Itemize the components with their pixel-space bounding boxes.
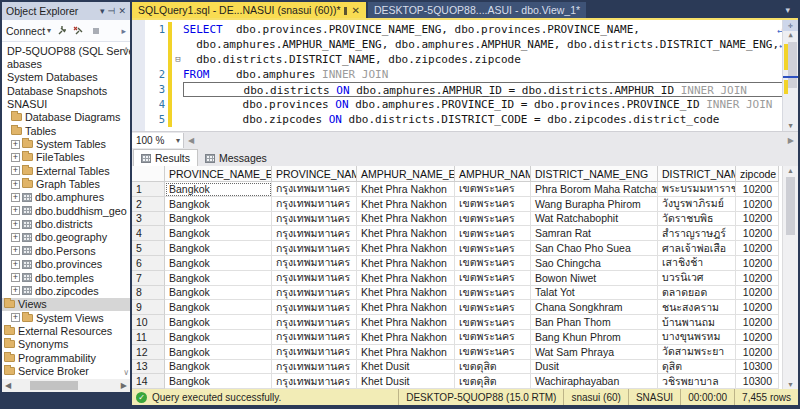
grid-vscrollbar[interactable]: ▲ ▼ xyxy=(782,166,798,389)
tree-item[interactable]: +Graph Tables xyxy=(2,177,130,190)
tree-item[interactable]: Database Diagrams xyxy=(2,111,130,124)
grid-cell[interactable]: Bangkok xyxy=(165,345,272,360)
grid-cell[interactable]: Bangkok xyxy=(165,286,272,301)
grid-cell[interactable]: Bangkok xyxy=(165,226,272,241)
row-header-cell[interactable]: 13 xyxy=(132,360,165,375)
results-tab[interactable]: Messages xyxy=(198,150,274,166)
expand-icon[interactable]: + xyxy=(11,233,20,242)
pin-icon[interactable]: ⊣ xyxy=(108,6,116,16)
grid-cell[interactable]: 10300 xyxy=(736,374,779,389)
grid-cell[interactable]: 10200 xyxy=(736,271,779,286)
grid-vscroll-thumb[interactable] xyxy=(786,177,795,235)
scroll-left-icon[interactable]: ◀ xyxy=(5,381,11,390)
grid-cell[interactable]: Wat Ratchabophit xyxy=(531,212,658,227)
grid-cell[interactable]: เขตพระนคร xyxy=(455,345,531,360)
row-header-cell[interactable]: 12 xyxy=(132,345,165,360)
scroll-down-icon[interactable]: ▼ xyxy=(787,380,794,389)
grid-cell[interactable]: Khet Phra Nakhon xyxy=(357,241,455,256)
tree-item[interactable]: +dbo.Persons xyxy=(2,244,130,257)
grid-cell[interactable]: Wat Sam Phraya xyxy=(531,345,658,360)
row-header-cell[interactable]: 11 xyxy=(132,330,165,345)
grid-cell[interactable]: Phra Borom Maha Ratchawang xyxy=(531,182,658,197)
row-header-cell[interactable]: 14 xyxy=(132,374,165,389)
toolbar-overflow-icon[interactable]: ▸ xyxy=(121,26,126,36)
code-text[interactable]: FROM dbo.amphures INNER JOIN xyxy=(183,67,783,82)
window-menu-icon[interactable]: ▾ xyxy=(100,6,105,16)
code-line[interactable]: 1SELECT dbo.provinces.PROVINCE_NAME_ENG,… xyxy=(145,22,783,37)
grid-cell[interactable]: Bangkok xyxy=(165,182,272,197)
row-header-cell[interactable]: 4 xyxy=(132,226,165,241)
grid-cell[interactable]: เขตพระนคร xyxy=(455,197,531,212)
grid-cell[interactable]: เขตพระนคร xyxy=(455,241,531,256)
grid-cell[interactable]: Wachiraphayaban xyxy=(531,374,658,389)
grid-cell[interactable]: สำราญราษฎร์ xyxy=(658,226,736,241)
tree-item[interactable]: External Resources xyxy=(2,324,130,337)
grid-cell[interactable]: เขตพระนคร xyxy=(455,300,531,315)
grid-cell[interactable]: 10200 xyxy=(736,300,779,315)
grid-cell[interactable]: 10200 xyxy=(736,241,779,256)
results-tab[interactable]: Results xyxy=(133,149,198,166)
scroll-up-icon[interactable]: ▲ xyxy=(788,31,792,40)
grid-cell[interactable]: Khet Phra Nakhon xyxy=(357,300,455,315)
tree-item[interactable]: +dbo.geography xyxy=(2,231,130,244)
tree-item[interactable]: +FileTables xyxy=(2,151,130,164)
grid-cell[interactable]: Bangkok xyxy=(165,197,272,212)
row-header-cell[interactable]: 7 xyxy=(132,271,165,286)
grid-cell[interactable]: บางขุนพรหม xyxy=(658,330,736,345)
grid-cell[interactable]: Sao Chingcha xyxy=(531,256,658,271)
editor-hscrollbar[interactable]: ◀ ▶ xyxy=(184,132,798,149)
grid-cell[interactable]: วัดสามพระยา xyxy=(658,345,736,360)
scroll-right-icon[interactable]: ▶ xyxy=(121,381,127,390)
grid-cell[interactable]: เขตพระนคร xyxy=(455,226,531,241)
grid-cell[interactable]: วชิรพยาบาล xyxy=(658,374,736,389)
column-header[interactable]: PROVINCE_NAME xyxy=(272,166,357,182)
column-header[interactable]: AMPHUR_NAME_ENG xyxy=(357,166,455,182)
grid-cell[interactable]: Dusit xyxy=(531,360,658,375)
code-text[interactable]: dbo.districts.DISTRICT_NAME, dbo.zipcode… xyxy=(183,52,783,67)
close-icon[interactable]: ✕ xyxy=(118,6,126,16)
tree-item[interactable]: System Databases xyxy=(2,71,130,84)
document-tab[interactable]: DESKTOP-5QUOP88....ASUI - dbo.View_1* xyxy=(368,2,586,18)
grid-cell[interactable]: 10300 xyxy=(736,360,779,375)
grid-cell[interactable]: วังบูรพาภิรมย์ xyxy=(658,197,736,212)
grid-cell[interactable]: Bangkok xyxy=(165,256,272,271)
tree-item[interactable]: DP-5QUOP88 (SQL Server 1 xyxy=(2,44,130,57)
grid-cell[interactable]: เขตพระนคร xyxy=(455,182,531,197)
grid-cell[interactable]: Khet Phra Nakhon xyxy=(357,271,455,286)
grid-cell[interactable]: Bangkok xyxy=(165,315,272,330)
grid-cell[interactable]: Bangkok xyxy=(165,360,272,375)
grid-cell[interactable]: 10200 xyxy=(736,256,779,271)
grid-cell[interactable]: กรุงเทพมหานคร xyxy=(272,286,357,301)
expand-icon[interactable]: + xyxy=(11,206,20,215)
row-header-cell[interactable]: 2 xyxy=(132,197,165,212)
scroll-down-icon[interactable]: ▼ xyxy=(788,122,792,131)
grid-cell[interactable]: ดุสิต xyxy=(658,360,736,375)
grid-cell[interactable]: กรุงเทพมหานคร xyxy=(272,345,357,360)
grid-cell[interactable]: Khet Phra Nakhon xyxy=(357,197,455,212)
splitter-handle-icon[interactable]: ✛ xyxy=(783,20,798,31)
row-header-cell[interactable]: 8 xyxy=(132,286,165,301)
grid-cell[interactable]: 10200 xyxy=(736,330,779,345)
hscroll-thumb[interactable] xyxy=(30,381,78,390)
tree-item[interactable]: +dbo.zipcodes xyxy=(2,284,130,297)
grid-cell[interactable]: เขตพระนคร xyxy=(455,286,531,301)
code-line[interactable]: 2FROM dbo.amphures INNER JOIN xyxy=(145,67,783,82)
code-line[interactable]: 4 dbo.provinces ON dbo.amphures.PROVINCE… xyxy=(145,97,783,112)
grid-cell[interactable]: กรุงเทพมหานคร xyxy=(272,271,357,286)
grid-cell[interactable]: เขตพระนคร xyxy=(455,212,531,227)
tree-item[interactable]: Tables xyxy=(2,124,130,137)
code-line[interactable]: ⊟ dbo.districts.DISTRICT_NAME, dbo.zipco… xyxy=(145,52,783,67)
grid-cell[interactable]: กรุงเทพมหานคร xyxy=(272,256,357,271)
code-text[interactable]: SELECT dbo.provinces.PROVINCE_NAME_ENG, … xyxy=(183,22,783,37)
grid-cell[interactable]: Khet Phra Nakhon xyxy=(357,212,455,227)
grid-cell[interactable]: Khet Phra Nakhon xyxy=(357,315,455,330)
grid-cell[interactable]: Khet Phra Nakhon xyxy=(357,286,455,301)
grid-cell[interactable]: กรุงเทพมหานคร xyxy=(272,300,357,315)
grid-cell[interactable]: Bangkok xyxy=(165,271,272,286)
grid-cell[interactable]: Khet Phra Nakhon xyxy=(357,345,455,360)
grid-cell[interactable]: บ้านพานถม xyxy=(658,315,736,330)
column-header[interactable]: AMPHUR_NAME xyxy=(455,166,531,182)
row-header-cell[interactable]: 1 xyxy=(132,182,165,197)
row-header-cell[interactable]: 5 xyxy=(132,241,165,256)
grid-cell[interactable]: 10200 xyxy=(736,226,779,241)
